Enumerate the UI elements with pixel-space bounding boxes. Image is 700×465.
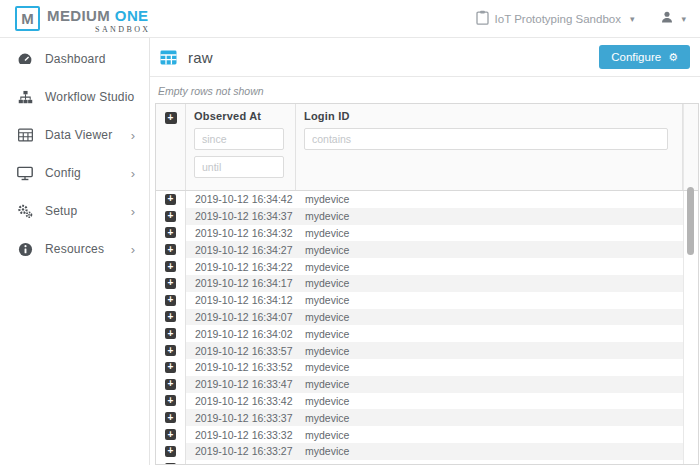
- login-id-cell: mydevice: [296, 208, 683, 225]
- chevron-right-icon: ›: [131, 205, 135, 218]
- observed-at-cell: 2019-10-12 16:34:22: [186, 258, 296, 275]
- expand-row-cell: +: [156, 443, 186, 460]
- expand-row-icon[interactable]: +: [165, 278, 176, 289]
- expand-row-cell: +: [156, 460, 186, 464]
- expand-row-icon[interactable]: +: [165, 328, 176, 339]
- brand-name-accent: ONE: [115, 7, 149, 24]
- login-id-cell: mydevice: [296, 292, 683, 309]
- scrollbar-gutter-cell: [683, 292, 698, 309]
- login-id-cell: mydevice: [296, 258, 683, 275]
- observed-at-cell: 2019-10-12 16:33:27: [186, 443, 296, 460]
- scrollbar-gutter-cell: [683, 309, 698, 326]
- table-row: + 2019-10-12 16:34:22 mydevice: [156, 258, 698, 275]
- expand-row-icon[interactable]: +: [165, 429, 176, 440]
- sidebar-item-resources[interactable]: Resources ›: [0, 230, 149, 268]
- expand-row-icon[interactable]: +: [165, 227, 176, 238]
- scrollbar-gutter-header: [683, 104, 698, 190]
- caret-down-icon: ▾: [681, 14, 686, 24]
- sidebar-item-setup[interactable]: Setup ›: [0, 192, 149, 230]
- brand-subtitle: SANDBOX: [95, 25, 150, 34]
- scrollbar-gutter-cell: [683, 359, 698, 376]
- sidebar-item-label: Dashboard: [45, 52, 135, 66]
- expand-row-icon[interactable]: +: [165, 446, 176, 457]
- sidebar-item-label: Data Viewer: [45, 128, 131, 142]
- scrollbar-gutter-cell: [683, 376, 698, 393]
- table-row: + 2019-10-12 16:33:42 mydevice: [156, 393, 698, 410]
- expand-row-icon[interactable]: +: [165, 463, 176, 464]
- table-row: + 2019-10-12 16:33:57 mydevice: [156, 342, 698, 359]
- observed-at-cell: 2019-10-12 16:33:22: [186, 460, 296, 464]
- expand-row-icon[interactable]: +: [165, 244, 176, 255]
- workspace-selector[interactable]: IoT Prototyping Sandbox ▾: [476, 10, 635, 27]
- page-title: raw: [188, 49, 599, 66]
- table-row: + 2019-10-12 16:33:52 mydevice: [156, 359, 698, 376]
- expand-row-icon[interactable]: +: [165, 362, 176, 373]
- sidebar-item-label: Workflow Studio: [45, 90, 135, 104]
- table-header: + Observed At Login ID: [156, 104, 698, 191]
- expand-row-icon[interactable]: +: [165, 211, 176, 222]
- login-id-cell: mydevice: [296, 342, 683, 359]
- expand-row-cell: +: [156, 225, 186, 242]
- expand-row-icon[interactable]: +: [165, 311, 176, 322]
- table-row: + 2019-10-12 16:33:32 mydevice: [156, 426, 698, 443]
- configure-button[interactable]: Configure ⚙: [599, 45, 690, 69]
- info-icon: [17, 241, 33, 257]
- gear-icon: ⚙: [668, 52, 678, 63]
- table-row: + 2019-10-12 16:34:37 mydevice: [156, 208, 698, 225]
- expand-row-cell: +: [156, 208, 186, 225]
- expand-row-icon[interactable]: +: [165, 412, 176, 423]
- scrollbar-gutter-cell: [683, 443, 698, 460]
- login-id-cell: mydevice: [296, 359, 683, 376]
- observed-at-cell: 2019-10-12 16:33:32: [186, 426, 296, 443]
- chevron-right-icon: ›: [131, 129, 135, 142]
- sidebar: Dashboard Workflow Studio Data Viewer ›: [0, 38, 150, 465]
- login-id-column-header: Login ID: [296, 104, 683, 190]
- table-row: + 2019-10-12 16:34:32 mydevice: [156, 225, 698, 242]
- sidebar-item-dashboard[interactable]: Dashboard: [0, 40, 149, 78]
- title-bar: raw Configure ⚙: [150, 38, 700, 77]
- sidebar-item-workflow-studio[interactable]: Workflow Studio: [0, 78, 149, 116]
- vertical-scrollbar-thumb[interactable]: [687, 187, 694, 255]
- expand-row-cell: +: [156, 309, 186, 326]
- scrollbar-gutter-cell: [683, 460, 698, 464]
- expand-row-icon[interactable]: +: [165, 395, 176, 406]
- expand-all-icon[interactable]: +: [165, 112, 177, 124]
- sidebar-item-label: Resources: [45, 242, 131, 256]
- scrollbar-gutter-cell: [683, 275, 698, 292]
- chevron-right-icon: ›: [131, 167, 135, 180]
- expand-row-cell: +: [156, 191, 186, 208]
- sidebar-item-config[interactable]: Config ›: [0, 154, 149, 192]
- expand-row-icon[interactable]: +: [165, 295, 176, 306]
- login-id-cell: mydevice: [296, 460, 683, 464]
- observed-at-cell: 2019-10-12 16:33:47: [186, 376, 296, 393]
- login-id-cell: mydevice: [296, 275, 683, 292]
- expand-row-cell: +: [156, 376, 186, 393]
- expand-row-icon[interactable]: +: [165, 261, 176, 272]
- expand-row-cell: +: [156, 393, 186, 410]
- table-rows: + 2019-10-12 16:34:42 mydevice + 2019-10…: [156, 191, 698, 464]
- observed-at-cell: 2019-10-12 16:34:27: [186, 241, 296, 258]
- table-row: + 2019-10-12 16:34:17 mydevice: [156, 275, 698, 292]
- scrollbar-gutter-cell: [683, 342, 698, 359]
- observed-at-cell: 2019-10-12 16:34:12: [186, 292, 296, 309]
- observed-at-cell: 2019-10-12 16:34:02: [186, 325, 296, 342]
- table-row: + 2019-10-12 16:34:12 mydevice: [156, 292, 698, 309]
- main-content: raw Configure ⚙ Empty rows not shown + O…: [150, 38, 700, 465]
- expand-row-icon[interactable]: +: [165, 345, 176, 356]
- sidebar-item-data-viewer[interactable]: Data Viewer ›: [0, 116, 149, 154]
- sidebar-item-label: Config: [45, 166, 131, 180]
- scrollbar-gutter-cell: [683, 426, 698, 443]
- expand-row-icon[interactable]: +: [165, 194, 176, 205]
- expand-all-header-cell: +: [156, 104, 186, 190]
- login-id-cell: mydevice: [296, 426, 683, 443]
- observed-at-cell: 2019-10-12 16:34:32: [186, 225, 296, 242]
- observed-at-cell: 2019-10-12 16:34:42: [186, 191, 296, 208]
- brand-name-primary: MEDIUM: [47, 7, 110, 24]
- until-filter-input[interactable]: [194, 156, 284, 178]
- workflow-icon: [17, 89, 33, 105]
- since-filter-input[interactable]: [194, 128, 284, 150]
- top-bar: M MEDIUM ONE SANDBOX IoT Prototyping San…: [0, 0, 700, 38]
- expand-row-icon[interactable]: +: [165, 379, 176, 390]
- user-menu[interactable]: ▾: [660, 10, 686, 28]
- contains-filter-input[interactable]: [304, 128, 668, 150]
